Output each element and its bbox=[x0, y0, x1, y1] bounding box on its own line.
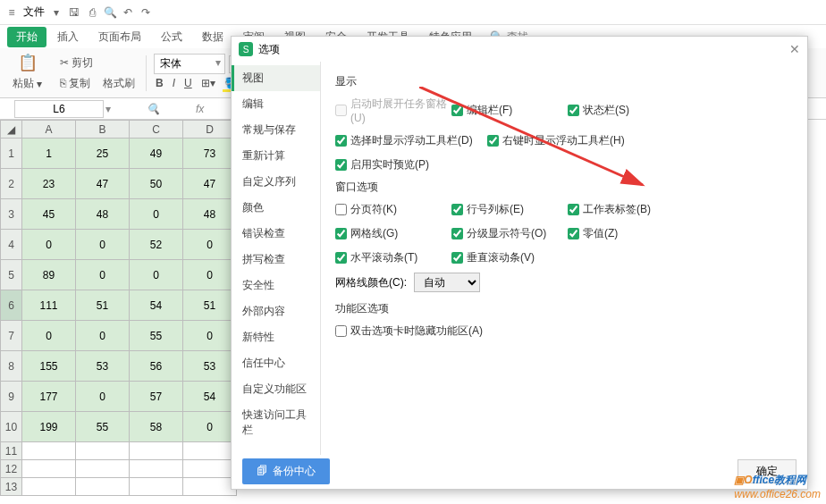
row-header[interactable]: 2 bbox=[1, 169, 22, 199]
cell[interactable]: 23 bbox=[22, 169, 76, 199]
sidebar-item-general[interactable]: 常规与保存 bbox=[232, 117, 320, 143]
cell[interactable] bbox=[183, 460, 237, 478]
row-header[interactable]: 10 bbox=[1, 412, 22, 442]
tab-pagelayout[interactable]: 页面布局 bbox=[89, 27, 150, 47]
cell[interactable]: 0 bbox=[76, 382, 130, 412]
sidebar-item-edit[interactable]: 编辑 bbox=[232, 91, 320, 117]
cell[interactable]: 50 bbox=[130, 169, 183, 199]
sidebar-item-external[interactable]: 外部内容 bbox=[232, 298, 320, 324]
cell[interactable]: 0 bbox=[183, 321, 237, 351]
tab-insert[interactable]: 插入 bbox=[48, 27, 88, 47]
cell[interactable]: 47 bbox=[76, 169, 130, 199]
cell[interactable]: 1 bbox=[22, 139, 76, 169]
sidebar-item-view[interactable]: 视图 bbox=[232, 65, 320, 91]
close-icon[interactable]: ✕ bbox=[789, 42, 800, 56]
cell[interactable]: 48 bbox=[76, 199, 130, 230]
sidebar-item-color[interactable]: 颜色 bbox=[232, 195, 320, 221]
cut-button[interactable]: ✂ 剪切 bbox=[56, 54, 139, 72]
sidebar-item-newfeature[interactable]: 新特性 bbox=[232, 324, 320, 350]
gridline-color-select[interactable]: 自动 bbox=[414, 273, 480, 292]
checkbox-hscroll[interactable]: 水平滚动条(T) bbox=[335, 248, 451, 267]
checkbox-live-preview[interactable]: 启用实时预览(P) bbox=[335, 155, 487, 174]
cell[interactable]: 0 bbox=[130, 260, 183, 290]
checkbox-dblclick-hide-ribbon[interactable]: 双击选项卡时隐藏功能区(A) bbox=[335, 322, 532, 340]
cell[interactable]: 0 bbox=[76, 260, 130, 290]
checkbox-outline-symbols[interactable]: 分级显示符号(O) bbox=[451, 224, 568, 243]
row-header[interactable]: 7 bbox=[1, 321, 22, 351]
cell[interactable]: 155 bbox=[22, 351, 76, 382]
sidebar-item-qat[interactable]: 快速访问工具栏 bbox=[232, 402, 320, 443]
sidebar-item-customlist[interactable]: 自定义序列 bbox=[232, 169, 320, 195]
cell[interactable]: 0 bbox=[183, 412, 237, 442]
cell[interactable]: 47 bbox=[183, 169, 237, 199]
font-name-select[interactable]: 宋体 bbox=[154, 54, 225, 74]
cell[interactable] bbox=[130, 442, 183, 460]
cell[interactable]: 0 bbox=[22, 321, 76, 351]
underline-button[interactable]: U bbox=[182, 77, 194, 92]
checkbox-gridlines[interactable]: 网格线(G) bbox=[335, 224, 451, 243]
cell[interactable]: 0 bbox=[183, 260, 237, 290]
cell[interactable]: 111 bbox=[22, 290, 76, 321]
cell[interactable]: 53 bbox=[76, 351, 130, 382]
checkbox-editbar[interactable]: 编辑栏(F) bbox=[451, 95, 568, 126]
cell[interactable]: 0 bbox=[130, 199, 183, 230]
checkbox-vscroll[interactable]: 垂直滚动条(V) bbox=[451, 248, 568, 267]
cell[interactable]: 54 bbox=[183, 382, 237, 412]
paste-icon[interactable]: 📋 bbox=[18, 53, 38, 72]
row-header[interactable]: 4 bbox=[1, 230, 22, 260]
row-header[interactable]: 11 bbox=[1, 442, 22, 460]
row-header[interactable]: 13 bbox=[1, 478, 22, 496]
menu-icon[interactable]: ≡ bbox=[5, 6, 18, 19]
cell[interactable]: 52 bbox=[130, 230, 183, 260]
row-header[interactable]: 9 bbox=[1, 382, 22, 412]
col-header[interactable]: C bbox=[130, 121, 183, 139]
paste-button[interactable]: 粘贴▾ bbox=[9, 74, 46, 93]
cell[interactable] bbox=[183, 478, 237, 496]
cell[interactable]: 73 bbox=[183, 139, 237, 169]
cell[interactable]: 177 bbox=[22, 382, 76, 412]
row-header[interactable]: 12 bbox=[1, 460, 22, 478]
fx-icon[interactable]: 🔍 bbox=[147, 103, 160, 115]
print-icon[interactable]: ⎙ bbox=[86, 6, 98, 19]
col-header[interactable]: A bbox=[22, 121, 76, 139]
cell[interactable]: 199 bbox=[22, 412, 76, 442]
name-box[interactable]: L6 bbox=[14, 100, 104, 118]
cell[interactable] bbox=[22, 460, 76, 478]
checkbox-float-rightclick[interactable]: 右键时显示浮动工具栏(H) bbox=[487, 131, 639, 150]
checkbox-statusbar[interactable]: 状态栏(S) bbox=[568, 95, 684, 126]
bold-button[interactable]: B bbox=[154, 77, 165, 92]
cell[interactable]: 45 bbox=[22, 199, 76, 230]
sidebar-item-spellcheck[interactable]: 拼写检查 bbox=[232, 247, 320, 273]
cell[interactable] bbox=[22, 442, 76, 460]
cell[interactable]: 53 bbox=[183, 351, 237, 382]
cell[interactable]: 55 bbox=[130, 321, 183, 351]
cell[interactable]: 48 bbox=[183, 199, 237, 230]
cell[interactable]: 0 bbox=[22, 230, 76, 260]
fx-label[interactable]: fx bbox=[196, 103, 204, 115]
save-icon[interactable]: 🖫 bbox=[68, 6, 80, 19]
undo-icon[interactable]: ↶ bbox=[122, 6, 134, 19]
checkbox-zero-values[interactable]: 零值(Z) bbox=[568, 224, 684, 243]
name-box-dropdown-icon[interactable]: ▾ bbox=[105, 103, 111, 115]
row-header[interactable]: 6 bbox=[1, 290, 22, 321]
cell[interactable]: 0 bbox=[183, 230, 237, 260]
cell[interactable] bbox=[76, 478, 130, 496]
preview-icon[interactable]: 🔍 bbox=[104, 6, 116, 19]
italic-button[interactable]: I bbox=[171, 77, 177, 92]
cell[interactable]: 0 bbox=[76, 230, 130, 260]
col-header[interactable]: B bbox=[76, 121, 130, 139]
cell[interactable]: 57 bbox=[130, 382, 183, 412]
select-all-corner[interactable]: ◢ bbox=[1, 121, 22, 139]
cell[interactable]: 55 bbox=[76, 412, 130, 442]
cell[interactable] bbox=[76, 442, 130, 460]
row-header[interactable]: 1 bbox=[1, 139, 22, 169]
cell[interactable]: 49 bbox=[130, 139, 183, 169]
cell[interactable]: 54 bbox=[130, 290, 183, 321]
row-header[interactable]: 3 bbox=[1, 199, 22, 230]
sidebar-item-customribbon[interactable]: 自定义功能区 bbox=[232, 376, 320, 402]
tab-formula[interactable]: 公式 bbox=[152, 27, 191, 47]
cell[interactable]: 58 bbox=[130, 412, 183, 442]
cell[interactable] bbox=[22, 478, 76, 496]
tab-data[interactable]: 数据 bbox=[193, 27, 232, 47]
sidebar-item-trust[interactable]: 信任中心 bbox=[232, 350, 320, 376]
